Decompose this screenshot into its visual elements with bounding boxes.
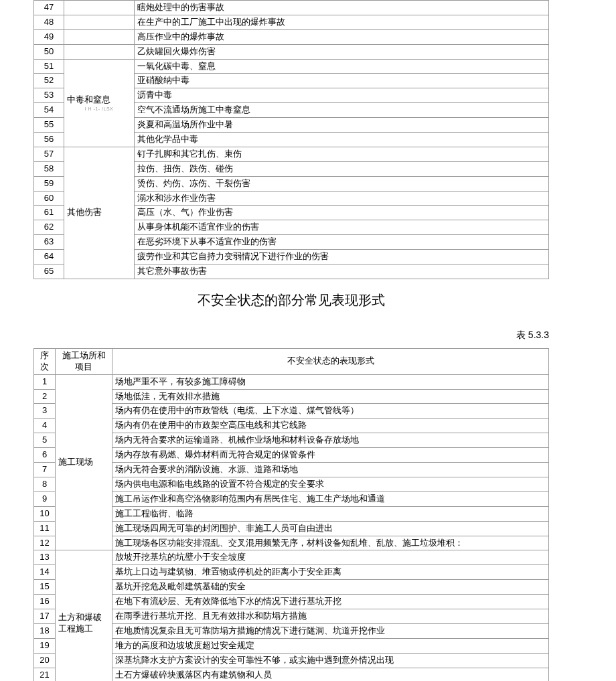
row-number: 16 [34, 595, 56, 609]
description-cell: 施工工程临街、临路 [112, 506, 549, 521]
section-title: 不安全状态的部分常见表现形式 [33, 279, 549, 316]
category-cell: 其他伤害 [64, 147, 135, 279]
description-cell: 炎夏和高温场所作业中暑 [135, 118, 549, 133]
row-number: 53 [34, 88, 64, 103]
header-desc: 不安全状态的表现形式 [112, 348, 549, 374]
category-cell: 施工现场 [56, 374, 112, 550]
row-number: 61 [34, 206, 64, 220]
tiny-note: I H -1- /LSX [67, 106, 131, 112]
description-cell: 在恶劣环境下从事不适宜作业的伤害 [135, 235, 549, 250]
row-number: 54 [34, 103, 64, 118]
row-number: 56 [34, 133, 64, 147]
description-cell: 烫伤、灼伤、冻伤、干裂伤害 [135, 176, 549, 191]
row-number: 51 [34, 59, 64, 74]
description-cell: 施工现场四周无可靠的封闭围护、非施工人员可自由进出 [112, 521, 549, 536]
table-row: 51中毒和窒息I H -1- /LSX一氧化碳中毒、窒息 [34, 59, 549, 74]
description-cell: 场内无符合要求的运输道路、机械作业场地和材料设备存放场地 [112, 433, 549, 448]
category-cell-empty [64, 1, 135, 15]
row-number: 58 [34, 161, 64, 176]
category-cell-empty [64, 15, 135, 29]
description-cell: 沥青中毒 [135, 88, 549, 103]
row-number: 5 [34, 433, 56, 448]
description-cell: 场内存放有易燃、爆炸材料而无符合规定的保管条件 [112, 448, 549, 463]
row-number: 8 [34, 477, 56, 491]
description-cell: 场内有仍在使用中的市政架空高压电线和其它线路 [112, 419, 549, 433]
description-cell: 亚硝酸纳中毒 [135, 74, 549, 88]
row-number: 1 [34, 374, 56, 389]
description-cell: 基坑上口边与建筑物、堆置物或停机处的距离小于安全距离 [112, 565, 549, 580]
table-header-row: 序 次 施工场所和项目 不安全状态的表现形式 [34, 348, 549, 374]
row-number: 17 [34, 609, 56, 623]
category-cell-empty [64, 44, 135, 59]
row-number: 11 [34, 521, 56, 536]
header-seq: 序 次 [34, 348, 56, 374]
row-number: 48 [34, 15, 64, 29]
table-row: 47瞎炮处理中的伤害事故 [34, 1, 549, 15]
row-number: 55 [34, 118, 64, 133]
description-cell: 场内有仍在使用中的市政管线（电缆、上下水道、煤气管线等） [112, 404, 549, 419]
description-cell: 在雨季进行基坑开挖、且无有效排水和防塌方措施 [112, 609, 549, 623]
row-number: 49 [34, 29, 64, 44]
injury-table: 47瞎炮处理中的伤害事故48在生产中的工厂施工中出现的爆炸事故49高压作业中的爆… [33, 0, 549, 279]
row-number: 59 [34, 176, 64, 191]
row-number: 50 [34, 44, 64, 59]
row-number: 13 [34, 550, 56, 565]
row-number: 6 [34, 448, 56, 463]
row-number: 52 [34, 74, 64, 88]
row-number: 10 [34, 506, 56, 521]
row-number: 7 [34, 463, 56, 477]
description-cell: 深基坑降水支护方案设计的安全可靠性不够，或实施中遇到意外情况出现 [112, 653, 549, 668]
description-cell: 在地质情况复杂且无可靠防塌方措施的情况下进行隧洞、坑道开挖作业 [112, 623, 549, 638]
row-number: 18 [34, 623, 56, 638]
description-cell: 堆方的高度和边坡坡度超过安全规定 [112, 638, 549, 653]
description-cell: 乙炔罐回火爆炸伤害 [135, 44, 549, 59]
row-number: 64 [34, 250, 64, 264]
description-cell: 放坡开挖基坑的坑壁小于安全坡度 [112, 550, 549, 565]
description-cell: 在地下有流砂层、无有效降低地下水的情况下进行基坑开挖 [112, 595, 549, 609]
row-number: 20 [34, 653, 56, 668]
row-number: 4 [34, 419, 56, 433]
description-cell: 高压（水、气）作业伤害 [135, 206, 549, 220]
description-cell: 在生产中的工厂施工中出现的爆炸事故 [135, 15, 549, 29]
row-number: 63 [34, 235, 64, 250]
description-cell: 场内无符合要求的消防设施、水源、道路和场地 [112, 463, 549, 477]
description-cell: 拉伤、扭伤、跌伤、碰伤 [135, 161, 549, 176]
description-cell: 场地低洼，无有效排水措施 [112, 389, 549, 404]
description-cell: 场地严重不平，有较多施工障碍物 [112, 374, 549, 389]
category-cell: 中毒和窒息I H -1- /LSX [64, 59, 135, 147]
description-cell: 瞎炮处理中的伤害事故 [135, 1, 549, 15]
row-number: 21 [34, 668, 56, 681]
row-number: 57 [34, 147, 64, 161]
row-number: 2 [34, 389, 56, 404]
table-row: 48在生产中的工厂施工中出现的爆炸事故 [34, 15, 549, 29]
table-row: 50乙炔罐回火爆炸伤害 [34, 44, 549, 59]
header-category: 施工场所和项目 [56, 348, 112, 374]
category-cell: 土方和爆破工程施工 [56, 550, 112, 681]
description-cell: 其它意外事故伤害 [135, 264, 549, 279]
table-number-label: 表 5.3.3 [33, 316, 549, 348]
row-number: 60 [34, 191, 64, 206]
row-number: 12 [34, 536, 56, 550]
table-row: 1施工现场场地严重不平，有较多施工障碍物 [34, 374, 549, 389]
table-row: 49高压作业中的爆炸事故 [34, 29, 549, 44]
row-number: 65 [34, 264, 64, 279]
description-cell: 钉子扎脚和其它扎伤、束伤 [135, 147, 549, 161]
row-number: 62 [34, 220, 64, 235]
description-cell: 高压作业中的爆炸事故 [135, 29, 549, 44]
row-number: 3 [34, 404, 56, 419]
table-row: 13土方和爆破工程施工放坡开挖基坑的坑壁小于安全坡度 [34, 550, 549, 565]
row-number: 14 [34, 565, 56, 580]
row-number: 15 [34, 580, 56, 595]
description-cell: 其他化学品中毒 [135, 133, 549, 147]
row-number: 47 [34, 1, 64, 15]
description-cell: 从事身体机能不适宜作业的伤害 [135, 220, 549, 235]
description-cell: 场内供电电源和临电线路的设置不符合规定的安全要求 [112, 477, 549, 491]
description-cell: 土石方爆破碎块溅落区内有建筑物和人员 [112, 668, 549, 681]
description-cell: 溺水和涉水作业伤害 [135, 191, 549, 206]
description-cell: 一氧化碳中毒、窒息 [135, 59, 549, 74]
description-cell: 施工现场各区功能安排混乱、交叉混用频繁无序，材料设备知乱堆、乱放、施工垃圾堆积： [112, 536, 549, 550]
unsafe-condition-table: 序 次 施工场所和项目 不安全状态的表现形式 1施工现场场地严重不平，有较多施工… [33, 348, 549, 681]
description-cell: 疲劳作业和其它自持力变弱情况下进行作业的伤害 [135, 250, 549, 264]
row-number: 9 [34, 491, 56, 506]
description-cell: 施工吊运作业和高空洛物影响范围内有居民住宅、施工生产场地和通道 [112, 491, 549, 506]
